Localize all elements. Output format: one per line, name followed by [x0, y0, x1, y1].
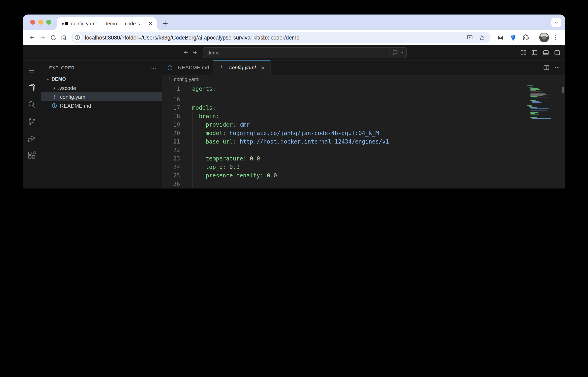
chat-button[interactable] — [389, 47, 406, 58]
zoom-window-button[interactable] — [46, 20, 51, 24]
sidebar-title: EXPLORER — [49, 65, 150, 70]
vscode-workbench: demo — [23, 45, 565, 188]
bookmark-star-icon[interactable] — [477, 33, 487, 42]
forward-button[interactable] — [37, 32, 48, 43]
explorer-sidebar: EXPLORER ··· DEMO .vscode!config.yamlREA… — [41, 60, 162, 188]
line-number: 26 — [162, 180, 180, 188]
profile-avatar[interactable] — [539, 33, 549, 42]
workspace-root-row[interactable]: DEMO — [41, 75, 162, 83]
code-line-20: 20 model: huggingface.co/janhq/jan-code-… — [162, 129, 565, 138]
back-button[interactable] — [27, 32, 37, 43]
extensions-puzzle-icon[interactable] — [521, 32, 531, 43]
split-editor-icon[interactable] — [543, 65, 549, 71]
editor-more-actions-icon[interactable] — [554, 65, 560, 71]
chat-bubble — [393, 51, 397, 55]
file-label: config.yaml — [60, 94, 87, 100]
code-server-favicon: c — [62, 21, 68, 26]
explorer-item-README.md[interactable]: README.md — [41, 101, 162, 110]
chevron-down-icon — [400, 51, 404, 54]
minimize-window-button[interactable] — [38, 20, 43, 24]
run-debug-view-icon[interactable] — [23, 130, 41, 147]
code-editor[interactable]: 1agents:1617models:18 brain:19 provider:… — [162, 84, 565, 188]
toggle-panel-icon[interactable] — [543, 50, 549, 56]
code-line-26: 26 — [162, 180, 565, 188]
line-number: 24 — [162, 163, 180, 171]
close-window-button[interactable] — [30, 20, 35, 24]
line-number: 25 — [162, 171, 180, 180]
yaml-bang-icon: ! — [51, 94, 58, 100]
tab-label: config.yaml — [229, 65, 256, 71]
command-center-value: demo — [203, 50, 389, 55]
browser-window: c config.yaml — demo — code-s — [23, 14, 565, 188]
editor-tab-config.yaml[interactable]: !config.yaml — [214, 60, 271, 75]
line-number: 22 — [162, 146, 180, 154]
install-app-icon[interactable] — [465, 33, 474, 42]
line-number: 16 — [162, 95, 180, 104]
line-number: 18 — [162, 112, 180, 120]
browser-tab[interactable]: c config.yaml — demo — code-s — [57, 17, 157, 30]
code-line-21: 21 base_url: http://host.docker.internal… — [162, 138, 565, 146]
go-forward-icon[interactable] — [190, 48, 199, 57]
indent-guide — [192, 112, 192, 188]
tab-search-button[interactable] — [551, 18, 561, 27]
explorer-view-icon[interactable] — [23, 79, 41, 96]
chrome-menu-icon[interactable] — [551, 32, 561, 43]
tab-close-icon[interactable] — [147, 20, 154, 27]
search-view-icon[interactable] — [23, 96, 41, 113]
yaml-bang-icon: ! — [218, 64, 225, 71]
folded-region-separator — [162, 93, 565, 95]
code-line-25: 25 presence_penalty: 0.0 — [162, 171, 565, 180]
yaml-warning-icon: ! — [168, 76, 172, 82]
home-button[interactable] — [58, 32, 69, 43]
extensions-view-icon[interactable] — [23, 147, 41, 164]
info-circle-icon — [51, 102, 58, 109]
explorer-item-config.yaml[interactable]: !config.yaml — [41, 92, 162, 101]
command-center-search[interactable]: demo — [203, 47, 407, 58]
indent-guide — [199, 120, 199, 188]
pin-extension-icon[interactable] — [508, 32, 518, 43]
workspace-root-label: DEMO — [52, 77, 66, 82]
minimap[interactable] — [527, 85, 559, 119]
m-extension-icon[interactable] — [495, 32, 505, 43]
editor-tab-README.md[interactable]: README.md — [162, 60, 214, 75]
base-url-link[interactable]: http://host.docker.internal:12434/engine… — [240, 138, 389, 145]
file-label: .vscode — [58, 85, 76, 91]
editor-scrollbar-thumb[interactable] — [562, 87, 564, 93]
code-line-1: 1agents: — [162, 85, 565, 93]
line-number: 23 — [162, 154, 180, 163]
activity-bar — [23, 60, 41, 188]
line-number: 21 — [162, 138, 180, 146]
desktop: c config.yaml — demo — code-s — [0, 0, 588, 188]
editor-group: README.md!config.yaml ! config.yam — [162, 60, 565, 188]
line-number: 20 — [162, 129, 180, 138]
new-tab-button[interactable] — [160, 18, 170, 29]
code-line-22: 22 — [162, 146, 565, 154]
macos-window-controls — [30, 20, 51, 24]
code-line-23: 23 temperature: 0.0 — [162, 154, 565, 163]
toggle-secondary-sidebar-icon[interactable] — [554, 50, 560, 56]
site-info-icon[interactable] — [73, 33, 82, 42]
line-number: 27 — [162, 188, 180, 188]
explorer-item-.vscode[interactable]: .vscode — [41, 83, 162, 92]
url-text[interactable]: localhost:8080/?folder=/Users/k33g/CodeB… — [85, 35, 462, 41]
source-control-view-icon[interactable] — [23, 113, 41, 130]
customize-layout-icon[interactable] — [520, 50, 526, 56]
menu-icon[interactable] — [23, 62, 41, 79]
breadcrumb[interactable]: ! config.yaml — [162, 75, 565, 84]
close-tab-icon[interactable] — [260, 64, 266, 71]
go-back-icon[interactable] — [181, 48, 190, 57]
code-line-18: 18 brain: — [162, 112, 565, 120]
reload-button[interactable] — [48, 32, 58, 43]
code-line-27: 27 provider_opts: — [162, 188, 565, 188]
vscode-titlebar: demo — [23, 45, 565, 60]
info-circle-icon — [166, 64, 174, 71]
code-line-24: 24 top_p: 0.9 — [162, 163, 565, 171]
chevron-right-icon — [51, 85, 57, 91]
layout-controls — [520, 45, 560, 60]
explorer-more-actions-icon[interactable]: ··· — [150, 64, 157, 71]
toggle-primary-sidebar-icon[interactable] — [532, 50, 538, 56]
line-number: 1 — [162, 85, 180, 93]
chrome-tab-strip: c config.yaml — demo — code-s — [23, 14, 565, 30]
address-bar[interactable]: localhost:8080/?folder=/Users/k33g/CodeB… — [71, 32, 490, 43]
sparkle — [396, 50, 398, 51]
